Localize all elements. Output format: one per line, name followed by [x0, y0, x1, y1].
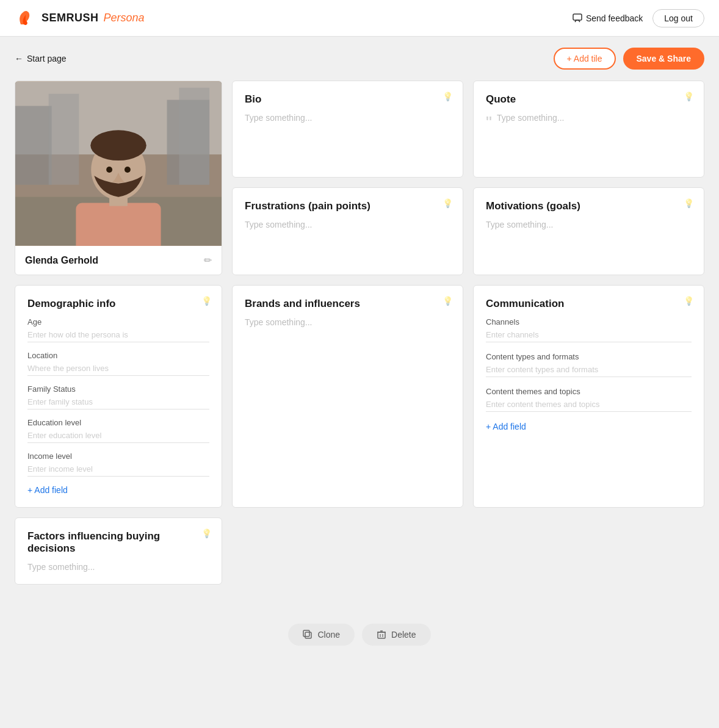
motivations-hint-icon[interactable] [684, 198, 694, 209]
delete-button[interactable]: Delete [362, 624, 430, 646]
quote-mark-icon: " [486, 114, 492, 131]
svg-rect-5 [49, 94, 79, 185]
svg-rect-1 [573, 14, 582, 20]
clone-icon [303, 630, 313, 640]
communication-add-field-button[interactable]: + Add field [486, 422, 526, 431]
toolbar: ← Start page + Add tile Save & Share [0, 37, 719, 81]
add-tile-button[interactable]: + Add tile [554, 48, 616, 70]
bio-hint-icon[interactable] [443, 91, 453, 102]
communication-title: Communication [486, 298, 692, 310]
back-to-start-link[interactable]: ← Start page [15, 54, 67, 63]
income-field-group: Income level [27, 452, 209, 477]
toolbar-actions: + Add tile Save & Share [554, 48, 705, 70]
content-types-input[interactable] [486, 364, 692, 377]
channels-field-group: Channels [486, 317, 692, 342]
communication-card: Communication Channels Content types and… [473, 285, 704, 508]
send-feedback-button[interactable]: Send feedback [573, 13, 643, 23]
svg-rect-4 [15, 106, 52, 185]
edit-profile-icon[interactable]: ✏ [204, 254, 212, 266]
content-themes-input[interactable] [486, 398, 692, 412]
logo-semrush-text: SEMRUSH [42, 12, 99, 24]
demographic-title: Demographic info [27, 298, 209, 310]
age-field-group: Age [27, 317, 209, 342]
person-image [15, 81, 222, 246]
svg-point-13 [90, 130, 146, 160]
demographic-hint-icon[interactable] [201, 295, 212, 306]
logo-area: SEMRUSH Persona [15, 7, 145, 29]
profile-name: Glenda Gerhold [25, 255, 98, 266]
motivations-placeholder[interactable]: Type something... [486, 220, 692, 229]
buying-decisions-card: Factors influencing buying decisions Typ… [15, 517, 222, 585]
buying-title: Factors influencing buying decisions [27, 530, 209, 555]
bio-placeholder[interactable]: Type something... [245, 113, 450, 123]
profile-card: Glenda Gerhold ✏ [15, 81, 222, 275]
age-input[interactable] [27, 329, 209, 342]
trash-icon [377, 630, 386, 640]
quote-card: Quote " Type something... [473, 81, 704, 178]
profile-name-row: Glenda Gerhold ✏ [15, 246, 222, 275]
demographic-add-field-button[interactable]: + Add field [27, 485, 68, 495]
buying-hint-icon[interactable] [201, 528, 212, 539]
frustrations-title: Frustrations (pain points) [245, 200, 450, 212]
education-input[interactable] [27, 430, 209, 443]
family-status-field-group: Family Status [27, 384, 209, 409]
frustrations-placeholder[interactable]: Type something... [245, 220, 450, 229]
bio-title: Bio [245, 93, 450, 106]
buying-placeholder[interactable]: Type something... [27, 562, 209, 572]
brands-card: Brands and influencers Type something... [232, 285, 463, 508]
location-input[interactable] [27, 362, 209, 376]
quote-title: Quote [486, 93, 692, 106]
save-share-button[interactable]: Save & Share [623, 48, 705, 70]
svg-point-15 [125, 167, 131, 173]
svg-rect-7 [179, 88, 209, 185]
main-content: Glenda Gerhold ✏ Bio Type something... Q… [0, 81, 719, 609]
bottom-bar: Clone Delete [0, 609, 719, 660]
clone-button[interactable]: Clone [288, 624, 355, 646]
content-types-field-group: Content types and formats [486, 352, 692, 377]
brands-hint-icon[interactable] [443, 295, 453, 306]
quote-content: " Type something... [486, 113, 692, 131]
persona-grid: Glenda Gerhold ✏ Bio Type something... Q… [15, 81, 704, 585]
communication-hint-icon[interactable] [684, 295, 694, 306]
family-status-input[interactable] [27, 396, 209, 409]
arrow-left-icon: ← [15, 54, 23, 63]
logout-button[interactable]: Log out [652, 9, 704, 27]
income-label: Income level [27, 452, 209, 461]
frustrations-hint-icon[interactable] [443, 198, 453, 209]
svg-rect-10 [76, 203, 161, 246]
content-types-label: Content types and formats [486, 352, 692, 361]
profile-photo[interactable] [15, 81, 222, 246]
location-field-group: Location [27, 351, 209, 376]
education-field-group: Education level [27, 418, 209, 443]
svg-rect-16 [305, 632, 311, 638]
brands-placeholder[interactable]: Type something... [245, 317, 450, 327]
motivations-card: Motivations (goals) Type something... [473, 187, 704, 276]
logo-persona-text: Persona [104, 12, 145, 24]
bio-card: Bio Type something... [232, 81, 463, 178]
channels-input[interactable] [486, 329, 692, 342]
brands-title: Brands and influencers [245, 298, 450, 310]
frustrations-card: Frustrations (pain points) Type somethin… [232, 187, 463, 276]
svg-rect-18 [378, 632, 385, 638]
header: SEMRUSH Persona Send feedback Log out [0, 0, 719, 37]
family-status-label: Family Status [27, 384, 209, 394]
quote-hint-icon[interactable] [684, 91, 694, 102]
demographic-card: Demographic info Age Location Family Sta… [15, 285, 222, 508]
location-label: Location [27, 351, 209, 360]
svg-rect-17 [303, 630, 309, 636]
chat-icon [573, 13, 582, 23]
education-label: Education level [27, 418, 209, 427]
motivations-title: Motivations (goals) [486, 200, 692, 212]
header-right: Send feedback Log out [573, 9, 704, 27]
age-label: Age [27, 317, 209, 326]
channels-label: Channels [486, 317, 692, 326]
income-input[interactable] [27, 463, 209, 477]
semrush-logo-icon [15, 7, 37, 29]
content-themes-label: Content themes and topics [486, 387, 692, 396]
svg-point-14 [106, 167, 112, 173]
quote-placeholder[interactable]: Type something... [497, 113, 565, 123]
content-themes-field-group: Content themes and topics [486, 387, 692, 412]
